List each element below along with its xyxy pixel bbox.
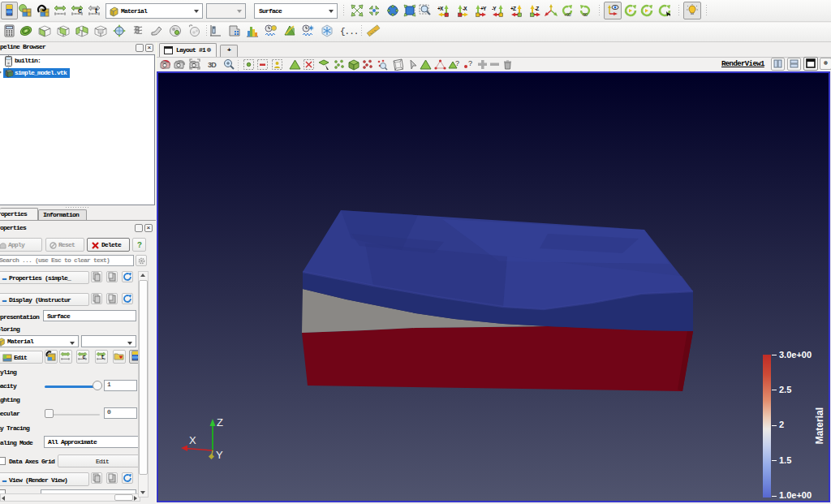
svg-text:+X: +X: [437, 6, 444, 11]
svg-text:?: ?: [468, 59, 472, 67]
svg-text:+Y: +Y: [480, 6, 487, 11]
svg-text:Z: Z: [217, 416, 223, 429]
svg-text:?: ?: [455, 59, 459, 67]
svg-text:{...}: {...}: [340, 27, 357, 37]
svg-text:+Z: +Z: [510, 6, 516, 11]
svg-text:-Z: -Z: [535, 6, 539, 11]
svg-text:-X: -X: [463, 6, 467, 11]
svg-text:-Y: -Y: [492, 6, 497, 11]
svg-text:X: X: [189, 434, 196, 446]
svg-text:Y: Y: [216, 449, 223, 461]
svg-text:3D: 3D: [208, 61, 217, 69]
